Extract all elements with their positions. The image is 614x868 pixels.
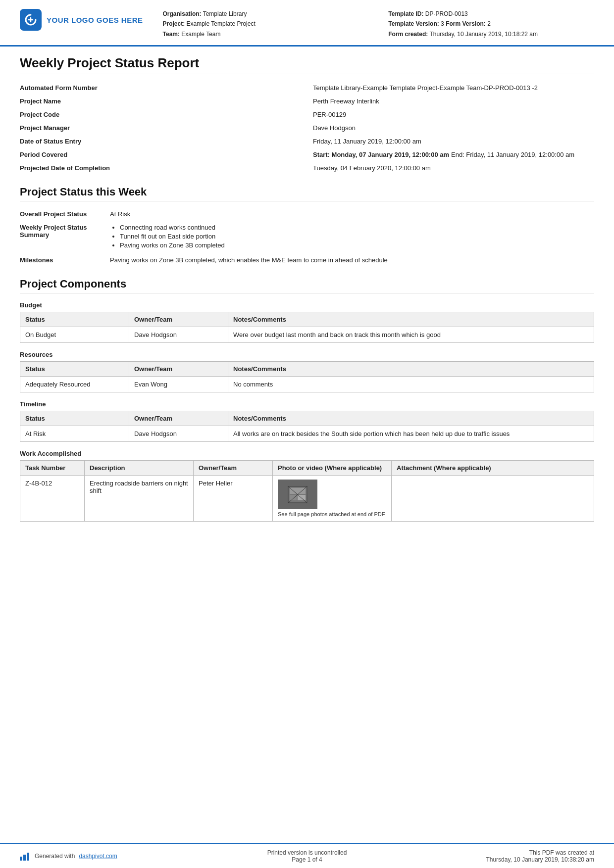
period-end: End: Friday, 11 January 2019, 12:00:00 a…: [451, 151, 589, 158]
milestones-label: Milestones: [20, 253, 104, 267]
work-photo: See full page photos attached at end of …: [273, 476, 392, 522]
table-row: Z-4B-012 Erecting roadside barriers on n…: [20, 476, 594, 522]
template-version-label: Template Version:: [388, 20, 439, 27]
form-version-value: 2: [487, 20, 491, 27]
work-col-owner: Owner/Team: [194, 461, 273, 476]
header-meta-right: Template ID: DP-PROD-0013 Template Versi…: [388, 9, 594, 39]
period-covered-value: Start: Monday, 07 January 2019, 12:00:00…: [307, 148, 594, 161]
budget-col-notes: Notes/Comments: [228, 312, 594, 327]
pdf-created-value: Thursday, 10 January 2019, 10:38:20 am: [403, 856, 594, 863]
resources-status: Adequately Resourced: [20, 377, 129, 392]
project-name-value: Perth Freeway Interlink: [307, 95, 594, 108]
project-code-label: Project Code: [20, 108, 307, 121]
template-id-label: Template ID:: [388, 10, 423, 17]
bar1: [20, 857, 22, 861]
project-code-value: PER-00129: [307, 108, 594, 121]
footer-link[interactable]: dashpivot.com: [79, 853, 117, 860]
work-owner: Peter Helier: [194, 476, 273, 522]
list-item: Connecting road works continued: [120, 224, 589, 231]
generated-text: Generated with: [35, 853, 75, 860]
budget-owner: Dave Hodgson: [129, 327, 228, 343]
work-accomplished-table: Task Number Description Owner/Team Photo…: [20, 460, 594, 522]
timeline-notes: All works are on track besides the South…: [228, 426, 594, 442]
milestones-row: Milestones Paving works on Zone 3B compl…: [20, 253, 594, 267]
pdf-created-text: This PDF was created at: [403, 849, 594, 856]
org-row: Organisation: Template Library: [163, 9, 369, 19]
footer-uncontrolled: Printed version is uncontrolled Page 1 o…: [211, 849, 403, 863]
budget-col-status: Status: [20, 312, 129, 327]
table-row: At Risk Dave Hodgson All works are on tr…: [20, 426, 594, 442]
footer-logo-icon: [20, 852, 31, 861]
form-created-row: Form created: Thursday, 10 January 2019,…: [388, 29, 594, 39]
work-col-photo: Photo or video (Where applicable): [273, 461, 392, 476]
list-item: Tunnel fit out on East side portion: [120, 233, 589, 240]
report-title: Weekly Project Status Report: [20, 55, 594, 74]
header: YOUR LOGO GOES HERE Organisation: Templa…: [0, 0, 614, 47]
form-created-label: Form created:: [388, 31, 428, 38]
footer-logo: [20, 852, 31, 861]
project-code-row: Project Code PER-00129: [20, 108, 594, 121]
team-value: Example Team: [181, 31, 220, 38]
header-meta-left: Organisation: Template Library Project: …: [163, 9, 369, 39]
resources-subsection-title: Resources: [20, 351, 594, 358]
info-table: Automated Form Number Template Library-E…: [20, 81, 594, 175]
page-number: Page 1 of 4: [211, 856, 403, 863]
logo-icon: [20, 9, 42, 31]
overall-status-label: Overall Project Status: [20, 207, 104, 221]
project-value: Example Template Project: [187, 20, 256, 27]
form-version-label: Form Version:: [446, 20, 486, 27]
timeline-col-owner: Owner/Team: [129, 411, 228, 426]
timeline-owner: Dave Hodgson: [129, 426, 228, 442]
budget-table: Status Owner/Team Notes/Comments On Budg…: [20, 312, 594, 343]
period-covered-label: Period Covered: [20, 148, 307, 161]
team-label: Team:: [163, 31, 180, 38]
period-start: Start: Monday, 07 January 2019, 12:00:00…: [313, 151, 451, 158]
svg-rect-3: [290, 495, 297, 500]
org-label: Organisation:: [163, 10, 202, 17]
date-of-status-row: Date of Status Entry Friday, 11 January …: [20, 135, 594, 148]
timeline-col-notes: Notes/Comments: [228, 411, 594, 426]
budget-subsection-title: Budget: [20, 301, 594, 309]
resources-owner: Evan Wong: [129, 377, 228, 392]
team-row: Team: Example Team: [163, 29, 369, 39]
weekly-summary-label: Weekly Project Status Summary: [20, 221, 104, 253]
resources-col-status: Status: [20, 362, 129, 377]
photo-caption: See full page photos attached at end of …: [278, 511, 386, 517]
logo-area: YOUR LOGO GOES HERE: [20, 9, 143, 31]
template-version-row: Template Version: 3 Form Version: 2: [388, 19, 594, 29]
work-accomplished-subsection-title: Work Accomplished: [20, 450, 594, 457]
resources-col-notes: Notes/Comments: [228, 362, 594, 377]
bar2: [23, 855, 26, 861]
work-col-task: Task Number: [20, 461, 85, 476]
template-version-value: 3: [441, 20, 444, 27]
project-status-title: Project Status this Week: [20, 186, 594, 201]
project-label: Project:: [163, 20, 185, 27]
table-row: Adequately Resourced Evan Wong No commen…: [20, 377, 594, 392]
work-col-attachment: Attachment (Where applicable): [392, 461, 594, 476]
work-col-desc: Description: [85, 461, 194, 476]
weekly-summary-row: Weekly Project Status Summary Connecting…: [20, 221, 594, 253]
footer: Generated with dashpivot.com Printed ver…: [0, 843, 614, 868]
form-created-value: Thursday, 10 January 2019, 10:18:22 am: [429, 31, 538, 38]
weekly-summary-list: Connecting road works continued Tunnel f…: [110, 224, 589, 249]
milestones-value: Paving works on Zone 3B completed, which…: [104, 253, 594, 267]
org-value: Template Library: [203, 10, 247, 17]
date-of-status-label: Date of Status Entry: [20, 135, 307, 148]
automated-form-number-row: Automated Form Number Template Library-E…: [20, 81, 594, 95]
timeline-status: At Risk: [20, 426, 129, 442]
timeline-subsection-title: Timeline: [20, 400, 594, 408]
period-inner-table: Start: Monday, 07 January 2019, 12:00:00…: [313, 151, 589, 158]
project-manager-label: Project Manager: [20, 121, 307, 135]
page: YOUR LOGO GOES HERE Organisation: Templa…: [0, 0, 614, 868]
budget-col-owner: Owner/Team: [129, 312, 228, 327]
project-name-row: Project Name Perth Freeway Interlink: [20, 95, 594, 108]
project-manager-value: Dave Hodgson: [307, 121, 594, 135]
footer-pdf-created: This PDF was created at Thursday, 10 Jan…: [403, 849, 594, 863]
main-content: Weekly Project Status Report Automated F…: [0, 47, 614, 843]
budget-notes: Were over budget last month and back on …: [228, 327, 594, 343]
work-description: Erecting roadside barriers on night shif…: [85, 476, 194, 522]
timeline-table: Status Owner/Team Notes/Comments At Risk…: [20, 411, 594, 442]
projected-date-row: Projected Date of Completion Tuesday, 04…: [20, 161, 594, 175]
header-meta: Organisation: Template Library Project: …: [143, 9, 594, 39]
date-of-status-value: Friday, 11 January 2019, 12:00:00 am: [307, 135, 594, 148]
